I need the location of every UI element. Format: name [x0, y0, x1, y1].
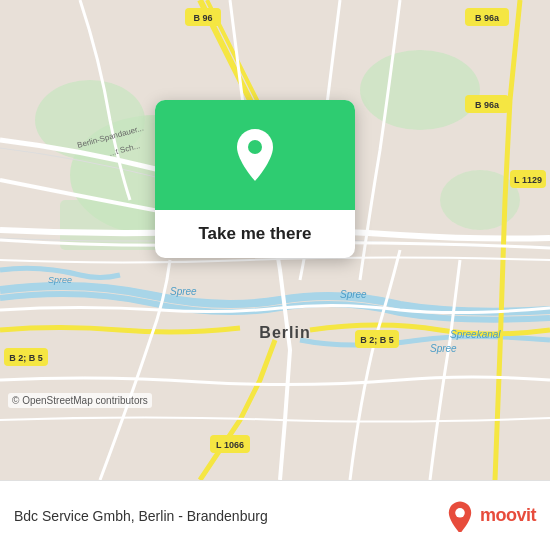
card-green-section: [155, 100, 355, 210]
svg-text:B 2; B 5: B 2; B 5: [9, 353, 43, 363]
moovit-logo: moovit: [444, 500, 536, 532]
location-label: Bdc Service Gmbh, Berlin - Brandenburg: [14, 508, 434, 524]
moovit-icon: [444, 500, 476, 532]
take-me-there-card[interactable]: Take me there: [155, 100, 355, 258]
svg-text:B 96a: B 96a: [475, 100, 500, 110]
svg-text:Spree: Spree: [170, 286, 197, 297]
svg-text:Spree: Spree: [48, 275, 72, 285]
map-container: B 96 B 96a B 96a L 1129 B 2; B 5 B 2; B …: [0, 0, 550, 480]
svg-point-3: [360, 50, 480, 130]
svg-text:Spree: Spree: [430, 343, 457, 354]
osm-credit: © OpenStreetMap contributors: [8, 393, 152, 408]
svg-point-28: [248, 140, 262, 154]
svg-text:Berlin: Berlin: [259, 324, 310, 341]
location-pin-icon: [231, 127, 279, 183]
take-me-there-label[interactable]: Take me there: [178, 210, 331, 258]
svg-text:B 96: B 96: [193, 13, 212, 23]
svg-text:L 1129: L 1129: [514, 175, 542, 185]
svg-text:B 2; B 5: B 2; B 5: [360, 335, 394, 345]
svg-text:Spree: Spree: [340, 289, 367, 300]
svg-text:Spreekanal: Spreekanal: [450, 329, 501, 340]
svg-text:L 1066: L 1066: [216, 440, 244, 450]
moovit-text: moovit: [480, 505, 536, 526]
svg-point-29: [455, 508, 465, 518]
svg-text:B 96a: B 96a: [475, 13, 500, 23]
bottom-bar: Bdc Service Gmbh, Berlin - Brandenburg m…: [0, 480, 550, 550]
